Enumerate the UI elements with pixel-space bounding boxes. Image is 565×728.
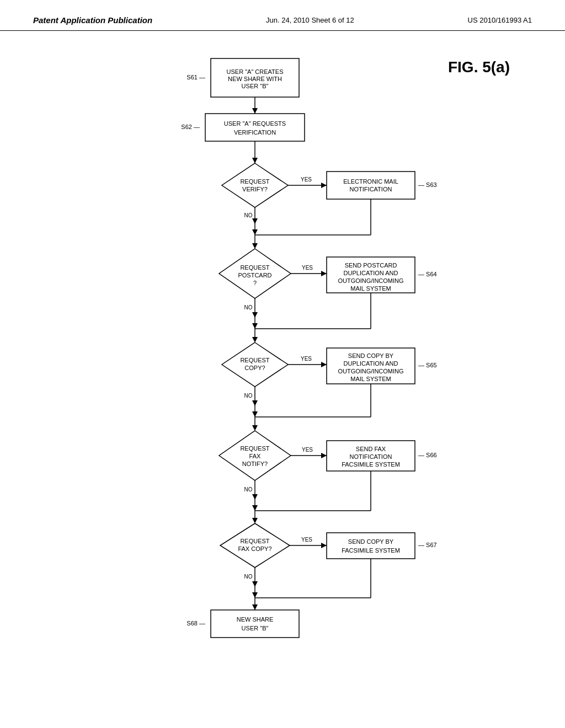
arrowhead-d65-yes [321, 362, 327, 367]
label-s68: S68 — [186, 620, 205, 627]
text-s66-2: NOTIFICATION [350, 453, 392, 460]
arrowhead-d66-yes [321, 453, 327, 458]
text-d64: REQUEST [240, 264, 269, 271]
arrowhead-to-d66 [252, 425, 258, 431]
yes-label-d67: YES [301, 537, 312, 543]
text-s67: SEND COPY BY [348, 538, 394, 545]
arrowhead-to-d65 [252, 337, 258, 342]
header-date-sheet: Jun. 24, 2010 Sheet 6 of 12 [266, 16, 354, 24]
text-d65: REQUEST [240, 357, 269, 363]
text-s64-2: DUPLICATION AND [344, 270, 398, 276]
text-d63: REQUEST [240, 178, 269, 185]
text-d66-2: FAX [249, 453, 261, 459]
header-patent-number: US 2010/161993 A1 [468, 16, 532, 24]
text-s61: USER "A" CREATES [227, 68, 284, 75]
text-s61-3: USER "B" [242, 83, 269, 89]
text-d65-2: COPY? [244, 365, 265, 371]
arrowhead-d67-yes [321, 543, 327, 548]
yes-label-d64: YES [302, 265, 313, 271]
text-s66-3: FACSIMILE SYSTEM [342, 461, 400, 468]
arrowhead-s62-d63 [252, 158, 258, 163]
label-s67: — S67 [418, 542, 437, 548]
no-label-d64: NO [244, 304, 253, 311]
box-s67 [327, 533, 415, 559]
text-s63-2: NOTIFICATION [350, 186, 392, 192]
arrowhead-d63-yes [321, 183, 327, 188]
no-label-d65: NO [244, 393, 253, 399]
label-s65: — S65 [418, 362, 437, 368]
text-s67-2: FACSIMILE SYSTEM [342, 547, 400, 554]
text-d64-3: ? [253, 280, 257, 286]
text-d67: REQUEST [240, 538, 269, 544]
label-s63: — S63 [418, 181, 437, 188]
no-label-d63: NO [244, 212, 253, 218]
text-s68: NEW SHARE [237, 616, 274, 623]
text-s62-2: VERIFICATION [234, 129, 276, 136]
label-s64: — S64 [418, 271, 437, 277]
text-d67-2: FAX COPY? [238, 545, 271, 552]
box-s68 [211, 610, 299, 638]
yes-label-d66: YES [302, 447, 313, 453]
arrowhead-d65-no [252, 400, 258, 406]
arrowhead-to-d64 [252, 243, 258, 249]
page-header: Patent Application Publication Jun. 24, … [0, 0, 565, 31]
no-label-d67: NO [244, 574, 253, 580]
text-s62: USER "A" REQUESTS [224, 120, 286, 127]
text-s65-4: MAIL SYSTEM [350, 376, 391, 382]
arrowhead-d63-no [252, 218, 258, 224]
arrowhead-to-s68 [252, 604, 258, 610]
text-s66: SEND FAX [356, 446, 386, 452]
text-s68-2: USER "B" [242, 625, 269, 631]
text-s64: SEND POSTCARD [345, 262, 397, 269]
label-s62: S62 — [181, 124, 200, 130]
text-s65: SEND COPY BY [348, 352, 394, 359]
arrowhead-d67-no [252, 581, 258, 587]
arrowhead-to-d67 [252, 518, 258, 523]
text-s63: ELECTRONIC MAIL [343, 178, 398, 185]
arrowhead-d64-yes [321, 271, 327, 276]
figure-label: FIG. 5(a) [448, 58, 510, 76]
text-s65-3: OUTGOING/INCOMING [338, 368, 403, 374]
text-s65-2: DUPLICATION AND [344, 360, 398, 367]
yes-label-d65: YES [301, 356, 312, 362]
text-d63-2: VERIFY? [242, 186, 268, 192]
arrowhead-d66-no [252, 494, 258, 500]
label-s66: — S66 [418, 452, 437, 458]
text-d66: REQUEST [240, 445, 269, 452]
text-s61-2: NEW SHARE WITH [228, 76, 282, 82]
yes-label-d63: YES [301, 176, 312, 183]
text-s64-4: MAIL SYSTEM [350, 285, 391, 292]
no-label-d66: NO [244, 486, 253, 493]
arrowhead-d64-no [252, 312, 258, 318]
text-d66-3: NOTIFY? [242, 461, 268, 467]
text-d64-2: POSTCARD [238, 272, 271, 279]
header-title: Patent Application Publication [33, 15, 152, 25]
box-s62 [205, 114, 305, 141]
diagram-container: FIG. 5(a) USER "A" CREATES NEW SHARE WIT… [0, 31, 565, 726]
arrowhead-s61-s62 [252, 108, 258, 114]
label-s61: S61 — [186, 74, 205, 81]
text-s64-3: OUTGOING/INCOMING [338, 277, 403, 284]
flowchart-svg: USER "A" CREATES NEW SHARE WITH USER "B"… [89, 47, 476, 709]
